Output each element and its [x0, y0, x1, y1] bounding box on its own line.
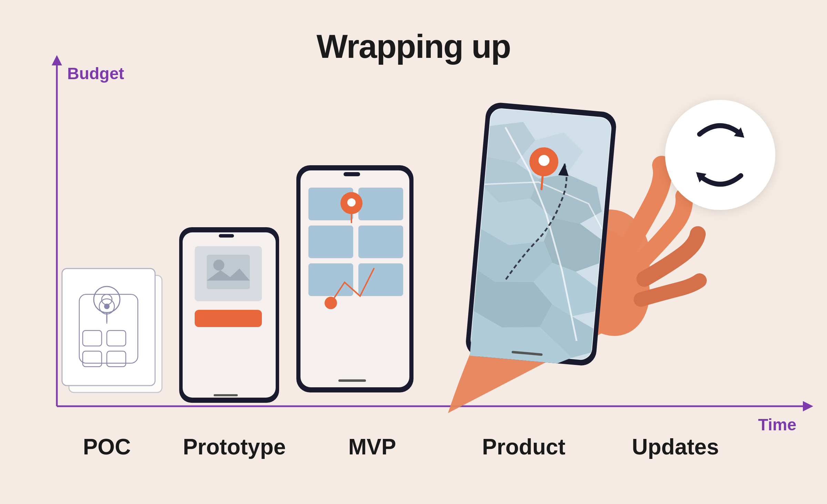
svg-point-59: [665, 100, 775, 210]
svg-rect-32: [358, 225, 403, 258]
stage-label-updates: Updates: [632, 434, 719, 459]
svg-rect-28: [344, 172, 360, 176]
svg-rect-20: [219, 234, 234, 238]
svg-rect-22: [207, 255, 250, 289]
svg-rect-33: [308, 263, 353, 296]
stage-label-mvp: MVP: [348, 434, 396, 459]
svg-point-37: [325, 297, 337, 309]
main-illustration: Budget Time POC Prototype MVP Product Up…: [0, 34, 827, 482]
page: Wrapping up Budget Time POC Prototype MV…: [0, 0, 827, 504]
svg-rect-38: [338, 379, 366, 382]
svg-rect-34: [358, 263, 403, 296]
svg-rect-30: [358, 188, 403, 220]
svg-rect-31: [308, 225, 353, 258]
svg-rect-25: [214, 394, 238, 396]
svg-point-13: [104, 304, 110, 309]
svg-marker-1: [52, 55, 62, 65]
stage-label-product: Product: [482, 434, 565, 459]
stage-label-poc: POC: [83, 434, 131, 459]
svg-marker-4: [803, 401, 813, 411]
stage-label-prototype: Prototype: [183, 434, 286, 459]
svg-point-36: [347, 198, 356, 207]
svg-text:Budget: Budget: [67, 64, 124, 83]
svg-text:Time: Time: [758, 416, 796, 434]
svg-point-23: [213, 260, 224, 271]
svg-rect-24: [195, 310, 262, 327]
